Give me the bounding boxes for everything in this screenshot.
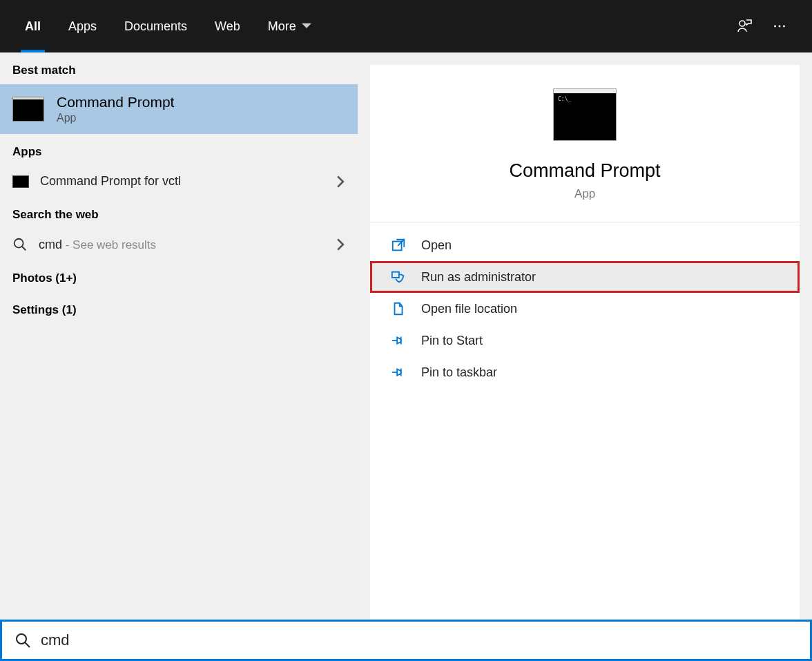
action-pin-to-start[interactable]: Pin to Start — [370, 325, 800, 356]
results-pane: Best match Command Prompt App Apps Comma… — [0, 52, 358, 620]
web-result-suffix: - See web results — [62, 238, 156, 251]
search-web-header: Search the web — [0, 197, 358, 229]
svg-rect-7 — [392, 272, 399, 278]
actions-list: Open Run as administrator Open file loca… — [370, 222, 800, 395]
main-area: Best match Command Prompt App Apps Comma… — [0, 52, 812, 620]
svg-point-4 — [14, 239, 23, 248]
feedback-icon[interactable] — [736, 18, 753, 35]
best-match-header: Best match — [0, 52, 358, 84]
chevron-right-icon — [336, 175, 345, 188]
action-pin-to-taskbar[interactable]: Pin to taskbar — [370, 356, 800, 388]
web-result-cmd[interactable]: cmd - See web results — [0, 229, 358, 260]
settings-header[interactable]: Settings (1) — [0, 292, 358, 324]
open-icon — [391, 238, 406, 253]
folder-icon — [391, 301, 406, 316]
search-filter-tabs: All Apps Documents Web More — [0, 0, 812, 52]
search-icon — [14, 632, 31, 649]
best-match-title: Command Prompt — [57, 94, 174, 111]
action-pin-taskbar-label: Pin to taskbar — [421, 365, 497, 380]
best-match-text: Command Prompt App — [57, 94, 174, 124]
photos-header[interactable]: Photos (1+) — [0, 260, 358, 292]
tab-list: All Apps Documents Web More — [11, 0, 325, 52]
tab-more[interactable]: More — [254, 0, 325, 52]
web-result-term: cmd — [39, 238, 62, 251]
svg-point-0 — [740, 21, 745, 26]
search-icon — [12, 237, 28, 252]
action-open-location-label: Open file location — [421, 302, 517, 316]
svg-point-12 — [17, 634, 26, 644]
app-result-vctl[interactable]: Command Prompt for vctl — [0, 166, 358, 197]
more-options-icon[interactable] — [772, 19, 787, 34]
action-open-file-location[interactable]: Open file location — [370, 293, 800, 325]
detail-subtitle: App — [370, 187, 800, 201]
topbar-right — [736, 18, 801, 35]
detail-header: Command Prompt App — [370, 65, 800, 222]
action-run-admin-label: Run as administrator — [421, 270, 536, 285]
action-open-label: Open — [421, 238, 452, 253]
best-match-subtitle: App — [57, 112, 174, 124]
apps-header: Apps — [0, 134, 358, 166]
svg-line-5 — [22, 247, 26, 251]
shield-icon — [391, 269, 406, 285]
pin-icon — [391, 365, 406, 380]
pin-icon — [391, 333, 406, 348]
tab-documents[interactable]: Documents — [110, 0, 201, 52]
tab-more-label: More — [268, 19, 296, 34]
detail-title: Command Prompt — [370, 160, 800, 182]
action-pin-start-label: Pin to Start — [421, 334, 483, 348]
detail-pane-wrapper: Command Prompt App Open Run as administr… — [358, 52, 812, 620]
svg-point-2 — [779, 26, 781, 28]
tab-web[interactable]: Web — [201, 0, 254, 52]
chevron-down-icon — [302, 21, 311, 31]
action-run-as-administrator[interactable]: Run as administrator — [370, 261, 800, 293]
search-bar[interactable] — [0, 620, 812, 661]
terminal-icon — [12, 175, 29, 188]
svg-point-3 — [783, 26, 785, 28]
best-match-result[interactable]: Command Prompt App — [0, 84, 358, 134]
command-prompt-large-icon — [553, 88, 617, 141]
tab-apps[interactable]: Apps — [55, 0, 110, 52]
tab-all[interactable]: All — [11, 0, 55, 52]
chevron-right-icon — [336, 238, 345, 251]
detail-pane: Command Prompt App Open Run as administr… — [370, 65, 800, 620]
search-input[interactable] — [41, 631, 798, 649]
app-result-label: Command Prompt for vctl — [40, 174, 325, 189]
svg-point-1 — [774, 26, 776, 28]
svg-line-13 — [25, 642, 30, 647]
command-prompt-icon — [12, 97, 44, 122]
action-open[interactable]: Open — [370, 229, 800, 261]
web-result-text: cmd - See web results — [39, 238, 325, 252]
